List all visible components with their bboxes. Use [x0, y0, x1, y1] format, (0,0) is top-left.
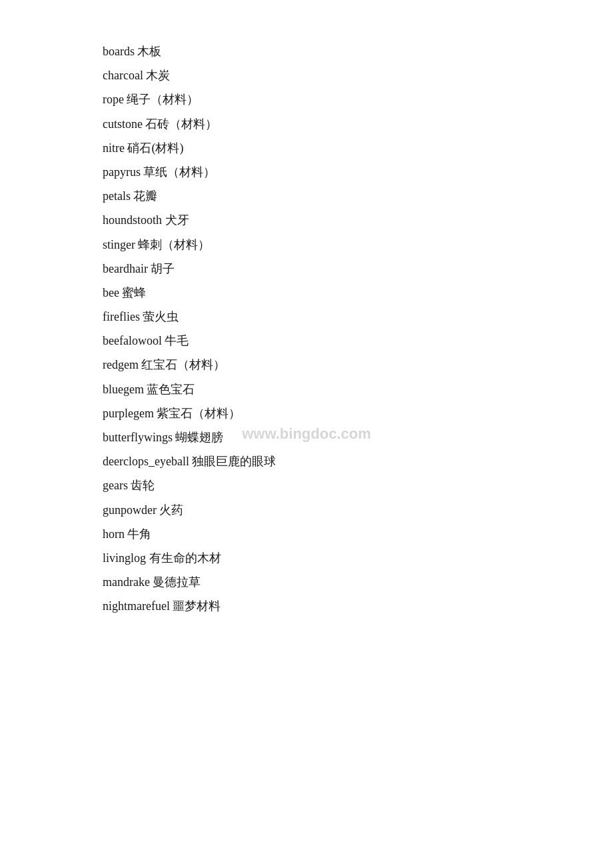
list-item: rope 绳子（材料）	[103, 88, 613, 111]
list-item: bluegem 蓝色宝石	[103, 378, 613, 401]
list-item: mandrake 曼德拉草	[103, 571, 613, 593]
list-item: horn 牛角	[103, 523, 613, 545]
list-item: bee 蜜蜂	[103, 281, 613, 304]
list-item: nitre 硝石(材料)	[103, 137, 613, 159]
list-item: cutstone 石砖（材料）	[103, 113, 613, 135]
list-item: boards 木板	[103, 40, 613, 63]
list-item: petals 花瓣	[103, 185, 613, 207]
list-item: beardhair 胡子	[103, 257, 613, 280]
list-item: livinglog 有生命的木材	[103, 547, 613, 569]
list-item: butterflywings 蝴蝶翅膀	[103, 426, 613, 449]
list-item: stinger 蜂刺（材料）	[103, 233, 613, 256]
list-item: gunpowder 火药	[103, 499, 613, 521]
list-item: houndstooth 犬牙	[103, 209, 613, 231]
list-item: redgem 红宝石（材料）	[103, 353, 613, 376]
list-item: deerclops_eyeball 独眼巨鹿的眼球	[103, 450, 613, 473]
list-item: purplegem 紫宝石（材料）	[103, 402, 613, 425]
list-item: papyrus 草纸（材料）	[103, 161, 613, 183]
list-item: nightmarefuel 噩梦材料	[103, 595, 613, 617]
list-item: fireflies 萤火虫	[103, 305, 613, 328]
list-item: charcoal 木炭	[103, 64, 613, 87]
list-item: gears 齿轮	[103, 474, 613, 497]
content-area: boards 木板charcoal 木炭rope 绳子（材料）cutstone …	[0, 0, 613, 659]
list-item: beefalowool 牛毛	[103, 329, 613, 352]
